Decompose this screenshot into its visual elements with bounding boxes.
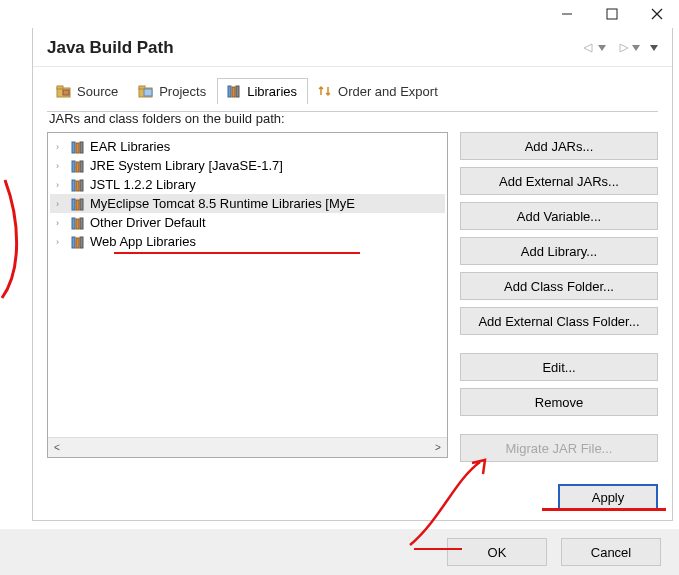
forward-arrow-icon[interactable] [616, 42, 630, 54]
svg-rect-1 [607, 9, 617, 19]
chevron-right-icon[interactable]: › [56, 237, 66, 247]
chevron-right-icon[interactable]: › [56, 161, 66, 171]
chevron-right-icon[interactable]: › [56, 180, 66, 190]
tree-item[interactable]: ›MyEclipse Tomcat 8.5 Runtime Libraries … [50, 194, 445, 213]
library-icon [70, 216, 86, 230]
svg-rect-18 [80, 161, 83, 172]
add-library-button[interactable]: Add Library... [460, 237, 658, 265]
add-jars-button[interactable]: Add JARs... [460, 132, 658, 160]
buttons-column: Add JARs... Add External JARs... Add Var… [460, 132, 658, 462]
svg-rect-14 [76, 143, 79, 153]
library-icon [70, 197, 86, 211]
tree-item[interactable]: ›JSTL 1.2.2 Library [50, 175, 445, 194]
add-variable-button[interactable]: Add Variable... [460, 202, 658, 230]
annotation-left-arrow-icon [0, 180, 30, 300]
svg-rect-27 [80, 218, 83, 229]
tree-item[interactable]: ›Other Driver Default [50, 213, 445, 232]
migrate-jar-button: Migrate JAR File... [460, 434, 658, 462]
svg-rect-24 [80, 199, 83, 210]
tree-item-label: MyEclipse Tomcat 8.5 Runtime Libraries [… [90, 196, 355, 211]
svg-rect-25 [72, 218, 75, 229]
tree-item-label: JRE System Library [JavaSE-1.7] [90, 158, 283, 173]
libraries-icon [226, 83, 242, 99]
svg-rect-9 [144, 89, 152, 96]
subheading: JARs and class folders on the build path… [49, 111, 658, 126]
svg-rect-5 [57, 86, 63, 89]
library-icon [70, 159, 86, 173]
view-menu-icon[interactable] [650, 43, 658, 53]
horizontal-scrollbar[interactable]: < > [48, 437, 447, 457]
tree-list[interactable]: ›EAR Libraries›JRE System Library [JavaS… [48, 133, 447, 437]
tree-item-label: Other Driver Default [90, 215, 206, 230]
tabs-row: Source Projects Libraries Order and Expo… [47, 77, 658, 103]
back-arrow-icon[interactable] [582, 42, 596, 54]
projects-folder-icon [138, 83, 154, 99]
library-icon [70, 178, 86, 192]
svg-rect-13 [72, 142, 75, 153]
svg-rect-30 [80, 237, 83, 248]
page-title: Java Build Path [47, 38, 582, 58]
tab-source[interactable]: Source [47, 78, 129, 104]
tree-item[interactable]: ›EAR Libraries [50, 137, 445, 156]
maximize-button[interactable] [589, 0, 634, 28]
annotation-underline-ok [414, 548, 462, 550]
svg-rect-15 [80, 142, 83, 153]
tab-label: Order and Export [338, 84, 438, 99]
svg-rect-16 [72, 161, 75, 172]
svg-rect-21 [80, 180, 83, 191]
minimize-button[interactable] [544, 0, 589, 28]
window-controls [544, 0, 679, 28]
tree-item[interactable]: ›Web App Libraries [50, 232, 445, 251]
chevron-right-icon[interactable]: › [56, 218, 66, 228]
order-export-icon [317, 83, 333, 99]
svg-rect-29 [76, 238, 79, 248]
tab-projects[interactable]: Projects [129, 78, 217, 104]
apply-button[interactable]: Apply [558, 484, 658, 510]
forward-menu-icon[interactable] [632, 43, 640, 53]
svg-rect-22 [72, 199, 75, 210]
cancel-button[interactable]: Cancel [561, 538, 661, 566]
chevron-right-icon[interactable]: › [56, 142, 66, 152]
tab-label: Projects [159, 84, 206, 99]
scroll-track[interactable] [66, 441, 429, 455]
content-area: JARs and class folders on the build path… [33, 111, 672, 472]
tree-item-label: Web App Libraries [90, 234, 196, 249]
remove-button[interactable]: Remove [460, 388, 658, 416]
close-button[interactable] [634, 0, 679, 28]
edit-button[interactable]: Edit... [460, 353, 658, 381]
dialog-body: Java Build Path [32, 28, 673, 521]
svg-rect-20 [76, 181, 79, 191]
svg-rect-10 [228, 86, 231, 97]
svg-rect-6 [63, 90, 69, 95]
add-external-class-folder-button[interactable]: Add External Class Folder... [460, 307, 658, 335]
scroll-left-icon[interactable]: < [48, 442, 66, 453]
svg-rect-12 [236, 86, 239, 97]
dialog-footer: OK Cancel [0, 529, 679, 575]
tab-order-export[interactable]: Order and Export [308, 78, 449, 104]
tree-item-label: JSTL 1.2.2 Library [90, 177, 196, 192]
svg-rect-19 [72, 180, 75, 191]
add-class-folder-button[interactable]: Add Class Folder... [460, 272, 658, 300]
tab-libraries[interactable]: Libraries [217, 78, 308, 104]
annotation-underline-apply [542, 508, 666, 511]
library-icon [70, 140, 86, 154]
scroll-right-icon[interactable]: > [429, 442, 447, 453]
tree-item-label: EAR Libraries [90, 139, 170, 154]
header-row: Java Build Path [33, 28, 672, 67]
tab-label: Source [77, 84, 118, 99]
chevron-right-icon[interactable]: › [56, 199, 66, 209]
svg-rect-23 [76, 200, 79, 210]
svg-rect-28 [72, 237, 75, 248]
apply-row: Apply [33, 472, 672, 520]
svg-rect-26 [76, 219, 79, 229]
add-external-jars-button[interactable]: Add External JARs... [460, 167, 658, 195]
svg-rect-11 [232, 87, 235, 97]
tree-item[interactable]: ›JRE System Library [JavaSE-1.7] [50, 156, 445, 175]
source-folder-icon [56, 83, 72, 99]
back-menu-icon[interactable] [598, 43, 606, 53]
annotation-underline-selected [114, 252, 360, 254]
tree-panel: ›EAR Libraries›JRE System Library [JavaS… [47, 132, 448, 458]
history-nav [582, 42, 658, 54]
svg-rect-17 [76, 162, 79, 172]
ok-button[interactable]: OK [447, 538, 547, 566]
